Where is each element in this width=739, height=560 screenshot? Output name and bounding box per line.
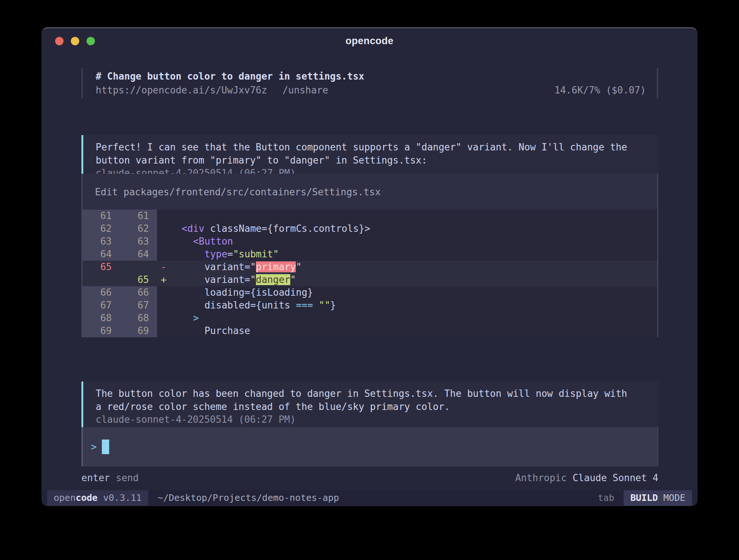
diff-row: 63 63 <Button [83,235,657,248]
message-text-line: button variant from "primary" to "danger… [96,154,651,167]
message-text-line: a red/rose color scheme instead of the b… [96,400,651,414]
diff-code [170,210,657,222]
gutter-new: 66 [120,286,157,299]
diff-row: 69 69 Purchase [83,325,657,337]
hint-enter-key: enter [81,472,110,483]
app-window: opencode # Change button color to danger… [42,27,697,506]
diff-sign [157,222,170,235]
tool-title: Edit packages/frontend/src/containers/Se… [83,174,657,210]
diff-code: > [170,312,657,325]
gutter-old: 66 [83,286,120,299]
diff-code: disabled={units === ""} [170,299,657,312]
gutter-new: 67 [120,299,157,312]
gutter-old: 62 [83,222,120,235]
diff-code: <div className={formCs.controls}> [170,222,657,235]
gutter-old: 64 [83,248,120,261]
gutter-old: 65 [83,261,120,273]
gutter-new: 63 [120,235,157,248]
tool-card: Edit packages/frontend/src/containers/Se… [81,174,658,337]
gutter-new: 64 [120,248,157,261]
gutter-new: 69 [120,325,157,337]
diff: 61 61 62 62 <div className={formCs.contr… [83,210,657,337]
mode-name: BUILD [630,492,663,503]
diff-row: 65 - variant="primary" [83,261,657,273]
diff-code: loading={isLoading} [170,286,657,299]
prompt-input[interactable]: > [81,427,658,467]
token-stats: 14.6K/7% ($0.07) [555,85,646,96]
hint-row: entersend AnthropicClaude Sonnet 4 [81,471,658,485]
cwd-path: ~/Desktop/Projects/demo-notes-app [148,490,339,506]
diff-row: 64 64 type="submit" [83,248,657,261]
diff-sign [157,286,170,299]
diff-sign [157,248,170,261]
titlebar: opencode [42,28,697,51]
build-mode-badge[interactable]: BUILD MODE [624,490,692,506]
diff-sign: + [157,273,170,286]
gutter-new: 65 [120,273,157,286]
gutter-new: 68 [120,312,157,325]
message-text-line: The button color has been changed to dan… [96,387,651,400]
diff-row: 66 66 loading={isLoading} [83,286,657,299]
gutter-new: 61 [120,210,157,222]
diff-sign [157,299,170,312]
diff-code: variant="primary" [170,261,657,273]
diff-sign [157,312,170,325]
session-header: # Change button color to danger in setti… [81,68,658,98]
mode-label: MODE [663,492,685,503]
provider-name: Anthropic [515,472,567,483]
diff-code: type="submit" [170,248,657,261]
diff-sign [157,325,170,337]
diff-row: 65 + variant="danger" [83,273,657,286]
hint-send-label: send [116,472,139,483]
prompt-chevron-icon: > [91,441,97,452]
diff-code: Purchase [170,325,657,337]
message-meta: claude-sonnet-4-20250514 (06:27 PM) [96,413,651,426]
diff-row: 62 62 <div className={formCs.controls}> [83,222,657,235]
text-cursor [102,440,109,454]
diff-code: <Button [170,235,657,248]
gutter-old: 63 [83,235,120,248]
diff-code: variant="danger" [170,273,657,286]
app-version: v0.3.11 [97,492,141,503]
gutter-new [120,261,157,273]
unshare-command[interactable]: /unshare [283,85,328,96]
diff-sign: - [157,261,170,273]
app-badge: opencode v0.3.11 [47,490,148,506]
gutter-new: 62 [120,222,157,235]
gutter-old: 67 [83,299,120,312]
share-url[interactable]: https://opencode.ai/s/UwJxv76z [96,85,267,96]
model-name[interactable]: Claude Sonnet 4 [573,472,658,483]
diff-sign [157,235,170,248]
gutter-old: 68 [83,312,120,325]
app-name-code: code [76,492,97,503]
session-title: # Change button color to danger in setti… [96,70,646,83]
assistant-message: The button color has been changed to dan… [81,381,658,432]
gutter-old: 69 [83,325,120,337]
message-text-line: Perfect! I can see that the Button compo… [96,141,651,154]
tab-hint[interactable]: tab [598,490,624,506]
diff-row: 68 68 > [83,312,657,325]
diff-sign [157,210,170,222]
diff-row: 67 67 disabled={units === ""} [83,299,657,312]
gutter-old: 61 [83,210,120,222]
app-name-open: open [54,492,76,503]
gutter-old [83,273,120,286]
status-bar: opencode v0.3.11 ~/Desktop/Projects/demo… [42,490,697,506]
diff-row: 61 61 [83,210,657,222]
window-title: opencode [42,35,697,47]
